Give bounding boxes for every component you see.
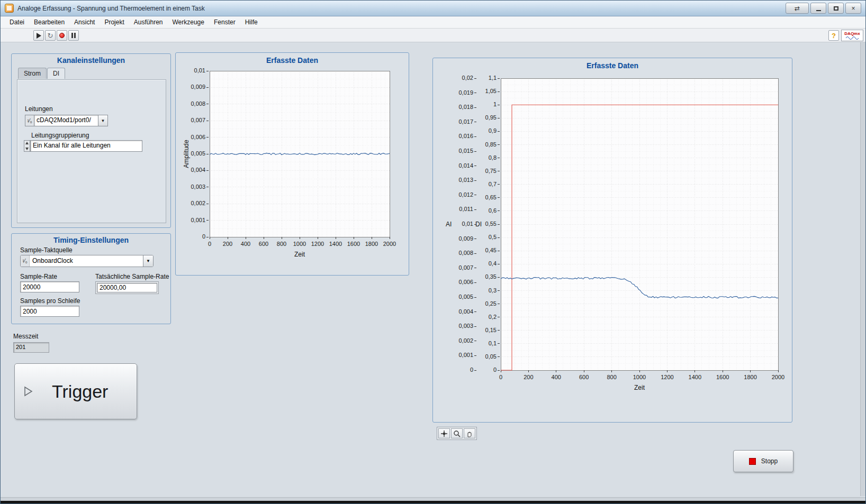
waveform-chart-1[interactable]: 0200400600800100012001400160018002000Zei… bbox=[180, 67, 404, 272]
vertical-scrollbar[interactable] bbox=[860, 42, 865, 496]
menu-ausfuehren[interactable]: Ausführen bbox=[129, 17, 168, 28]
lines-dropdown[interactable]: ¹⁄₀ cDAQ2Mod1/port0/ ▼ bbox=[25, 115, 108, 126]
line-grouping-control[interactable]: Ein Kanal für alle Leitungen bbox=[24, 140, 142, 152]
sample-rate-label: Sample-Rate bbox=[20, 273, 57, 280]
y-tick-label: 0,017 bbox=[436, 118, 473, 125]
samples-per-loop-input[interactable] bbox=[20, 306, 79, 317]
abort-icon bbox=[59, 33, 65, 38]
run-arrow-icon bbox=[35, 32, 42, 39]
daqmx-squiggle-icon bbox=[845, 36, 859, 40]
sample-clock-source-label: Sample-Taktquelle bbox=[20, 246, 73, 254]
menu-werkzeuge[interactable]: Werkzeuge bbox=[167, 17, 209, 28]
channel-settings-title: Kanaleinstellungen bbox=[12, 56, 170, 65]
window-swap-button[interactable]: ⇄ bbox=[786, 3, 809, 14]
x-tick-label: 2000 bbox=[763, 374, 793, 380]
messzeit-label: Messzeit bbox=[13, 333, 38, 340]
horizontal-scrollbar[interactable] bbox=[1, 497, 865, 501]
y-tick-label: 0,3 bbox=[459, 287, 497, 294]
menu-fenster[interactable]: Fenster bbox=[209, 17, 240, 28]
stop-button[interactable]: Stopp bbox=[733, 450, 793, 472]
line-grouping-value[interactable]: Ein Kanal für alle Leitungen bbox=[30, 140, 142, 152]
menu-bearbeiten[interactable]: Bearbeiten bbox=[29, 17, 69, 28]
maximize-button[interactable] bbox=[828, 3, 844, 14]
titlebar[interactable]: Analoge Erfassung - Spannung und Thermoe… bbox=[1, 1, 865, 16]
dropdown-arrow-icon[interactable]: ▼ bbox=[143, 255, 153, 267]
graph-palette bbox=[437, 427, 477, 440]
close-icon: × bbox=[851, 5, 855, 12]
y-tick-label: 0,008 bbox=[436, 250, 473, 256]
x-tick-label: 1400 bbox=[680, 374, 710, 380]
x-tick-label: 0 bbox=[486, 374, 516, 380]
y-tick-label: 0,011 bbox=[436, 206, 473, 212]
actual-sample-rate-indicator: 20000,00 bbox=[95, 281, 159, 294]
x-tick-label: 1800 bbox=[736, 374, 765, 380]
window-title: Analoge Erfassung - Spannung und Thermoe… bbox=[17, 5, 205, 12]
trigger-button-label: Trigger bbox=[52, 381, 108, 402]
y-axis-label: Amplitude bbox=[183, 140, 190, 168]
trigger-button[interactable]: Trigger bbox=[14, 363, 137, 419]
y-tick-label: 0,008 bbox=[168, 100, 205, 107]
y-tick-label: 0,005 bbox=[436, 294, 473, 300]
y-tick-label: 0,002 bbox=[436, 337, 473, 344]
x-tick-label: 1600 bbox=[708, 374, 737, 380]
y-tick-label: 0,007 bbox=[168, 117, 205, 123]
channel-settings-group: Kanaleinstellungen Strom DI Leitungen ¹⁄… bbox=[11, 53, 171, 228]
x-tick-label: 2000 bbox=[375, 241, 404, 247]
y-tick-label: 0 bbox=[436, 366, 473, 373]
chart-plot-area[interactable] bbox=[439, 73, 787, 416]
sample-clock-source-dropdown[interactable]: ¹⁄₀ OnboardClock ▼ bbox=[20, 255, 154, 267]
waveform-chart-2[interactable]: 0200400600800100012001400160018002000Zei… bbox=[439, 73, 787, 416]
y-tick-label: 0,004 bbox=[436, 308, 473, 315]
y-tick-label: 0,014 bbox=[436, 162, 473, 169]
tab-strom[interactable]: Strom bbox=[18, 68, 47, 79]
labview-window: Analoge Erfassung - Spannung und Thermoe… bbox=[0, 0, 866, 504]
increment-decrement-icon[interactable] bbox=[24, 140, 30, 152]
line-grouping-label: Leitungsgruppierung bbox=[31, 132, 89, 139]
run-continuous-button[interactable]: ↻ bbox=[45, 30, 56, 41]
pan-tool-button[interactable] bbox=[464, 428, 475, 438]
x-tick-label: 400 bbox=[542, 374, 571, 380]
sample-clock-source-value[interactable]: OnboardClock bbox=[30, 255, 143, 267]
context-help-button[interactable]: ? bbox=[828, 30, 839, 41]
y-tick-label: 0 bbox=[168, 233, 205, 240]
close-button[interactable]: × bbox=[845, 3, 861, 14]
menu-hilfe[interactable]: Hilfe bbox=[240, 17, 263, 28]
menu-ansicht[interactable]: Ansicht bbox=[69, 17, 100, 28]
run-button[interactable] bbox=[33, 30, 44, 41]
samples-per-loop-label: Samples pro Schleife bbox=[20, 297, 80, 305]
daqmx-logo: DAQmx bbox=[841, 30, 863, 41]
zoom-tool-button[interactable] bbox=[451, 428, 463, 438]
stop-square-icon bbox=[749, 458, 756, 465]
menu-datei[interactable]: Datei bbox=[5, 17, 29, 28]
y-tick-label: 0,007 bbox=[436, 264, 473, 271]
x-tick-label: 1200 bbox=[652, 374, 682, 380]
y-tick-label: 0,013 bbox=[436, 177, 473, 183]
minimize-button[interactable] bbox=[810, 3, 826, 14]
waveform-chart-panel-1: Erfasste Daten 0200400600800100012001400… bbox=[175, 52, 409, 276]
io-type-icon: ¹⁄₀ bbox=[25, 115, 34, 126]
pause-button[interactable] bbox=[68, 30, 79, 41]
lines-dropdown-value[interactable]: cDAQ2Mod1/port0/ bbox=[34, 115, 98, 126]
y-tick-label: 0,25 bbox=[459, 300, 497, 307]
stop-button-label: Stopp bbox=[761, 457, 778, 465]
y-tick-label: 0,006 bbox=[168, 134, 205, 140]
y-tick-label: 0,003 bbox=[436, 323, 473, 329]
y-tick-label: 0,018 bbox=[436, 104, 473, 110]
pause-icon bbox=[71, 33, 76, 38]
menu-bar: Datei Bearbeiten Ansicht Projekt Ausführ… bbox=[1, 16, 865, 29]
abort-button[interactable] bbox=[57, 30, 67, 41]
y-tick-label: 0,006 bbox=[436, 279, 473, 285]
y-tick-label: 0,02 bbox=[436, 75, 473, 81]
y-axis-label: DI bbox=[475, 221, 482, 228]
minimize-icon bbox=[816, 10, 821, 11]
channel-tab-page: Leitungen ¹⁄₀ cDAQ2Mod1/port0/ ▼ Leitung… bbox=[17, 79, 166, 223]
x-tick-label: 1000 bbox=[625, 374, 654, 380]
messzeit-indicator: 201 bbox=[13, 342, 49, 353]
y-tick-label: 0,009 bbox=[436, 235, 473, 242]
cursor-tool-button[interactable] bbox=[438, 428, 450, 438]
sample-rate-input[interactable] bbox=[20, 281, 79, 292]
tab-di[interactable]: DI bbox=[47, 68, 65, 79]
play-triangle-icon bbox=[22, 386, 34, 397]
dropdown-arrow-icon[interactable]: ▼ bbox=[98, 115, 108, 126]
menu-projekt[interactable]: Projekt bbox=[100, 17, 129, 28]
